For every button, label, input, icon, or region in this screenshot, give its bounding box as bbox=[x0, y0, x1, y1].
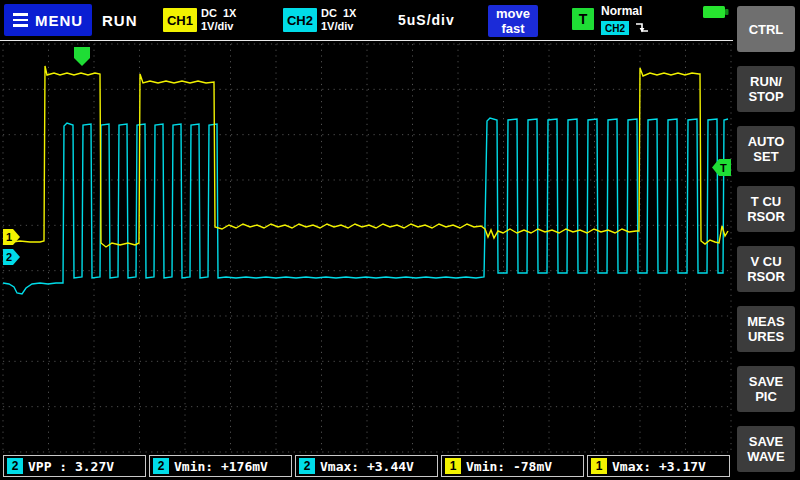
svg-text:2: 2 bbox=[6, 251, 12, 263]
t-cursor-button[interactable]: T CU RSOR bbox=[737, 186, 795, 232]
run-status: RUN bbox=[102, 12, 138, 29]
ch2-settings: DC 1X 1V/div bbox=[321, 7, 356, 33]
sidebar: CTRL RUN/ STOP AUTO SET T CU RSOR V CU R… bbox=[733, 0, 800, 480]
hamburger-icon bbox=[13, 13, 28, 27]
trigger-info: Normal CH2 bbox=[601, 4, 649, 35]
measurement-vpp-ch2[interactable]: 2 VPP : 3.27V bbox=[3, 455, 146, 477]
measurement-value: Vmax: +3.44V bbox=[320, 459, 414, 474]
measures-button[interactable]: MEAS URES bbox=[737, 306, 795, 352]
measurement-value: Vmax: +3.17V bbox=[612, 459, 706, 474]
top-bar: MENU RUN CH1 DC 1X 1V/div CH2 DC 1X 1V/d… bbox=[0, 0, 733, 41]
ch2-channel-badge: 2 bbox=[7, 458, 23, 474]
ch2-badge[interactable]: CH2 bbox=[283, 8, 317, 32]
ch1-settings: DC 1X 1V/div bbox=[201, 7, 236, 33]
ch1-channel-badge: 1 bbox=[445, 458, 461, 474]
measurement-value: VPP : 3.27V bbox=[28, 459, 114, 474]
falling-edge-icon bbox=[635, 21, 649, 35]
oscilloscope-screen: MENU RUN CH1 DC 1X 1V/div CH2 DC 1X 1V/d… bbox=[0, 0, 800, 480]
trigger-position-marker[interactable] bbox=[74, 47, 90, 66]
trigger-level-marker[interactable]: T bbox=[712, 159, 731, 176]
menu-button[interactable]: MENU bbox=[4, 4, 92, 36]
trigger-source-badge[interactable]: CH2 bbox=[601, 21, 629, 35]
ch2-channel-badge: 2 bbox=[153, 458, 169, 474]
trigger-badge[interactable]: T bbox=[572, 8, 594, 30]
trigger-mode[interactable]: Normal bbox=[601, 4, 649, 19]
save-wave-button[interactable]: SAVE WAVE bbox=[737, 426, 795, 472]
measurement-vmax-ch1[interactable]: 1 Vmax: +3.17V bbox=[587, 455, 730, 477]
svg-text:T: T bbox=[720, 162, 727, 174]
measurement-vmax-ch2[interactable]: 2 Vmax: +3.44V bbox=[295, 455, 438, 477]
move-mode-button[interactable]: move fast bbox=[488, 5, 538, 37]
plot-layer bbox=[3, 44, 731, 452]
measurement-vmin-ch1[interactable]: 1 Vmin: -78mV bbox=[441, 455, 584, 477]
ch2-channel-badge: 2 bbox=[299, 458, 315, 474]
svg-text:1: 1 bbox=[6, 231, 12, 243]
waveform-display[interactable]: 1 2 T bbox=[0, 41, 734, 453]
ch1-badge[interactable]: CH1 bbox=[163, 8, 197, 32]
measurement-value: Vmin: +176mV bbox=[174, 459, 268, 474]
battery-icon bbox=[703, 6, 729, 18]
auto-set-button[interactable]: AUTO SET bbox=[737, 126, 795, 172]
measurement-vmin-ch2[interactable]: 2 Vmin: +176mV bbox=[149, 455, 292, 477]
ch2-zero-marker[interactable]: 2 bbox=[3, 249, 20, 265]
save-pic-button[interactable]: SAVE PIC bbox=[737, 366, 795, 412]
menu-label: MENU bbox=[35, 12, 83, 29]
ch1-channel-badge: 1 bbox=[591, 458, 607, 474]
v-cursor-button[interactable]: V CU RSOR bbox=[737, 246, 795, 292]
measurement-bar: 2 VPP : 3.27V 2 Vmin: +176mV 2 Vmax: +3.… bbox=[3, 455, 730, 477]
measurement-value: Vmin: -78mV bbox=[466, 459, 552, 474]
run-stop-button[interactable]: RUN/ STOP bbox=[737, 66, 795, 112]
timebase-readout[interactable]: 5uS/div bbox=[398, 12, 455, 28]
ctrl-button[interactable]: CTRL bbox=[737, 6, 795, 52]
ch1-zero-marker[interactable]: 1 bbox=[3, 229, 20, 245]
